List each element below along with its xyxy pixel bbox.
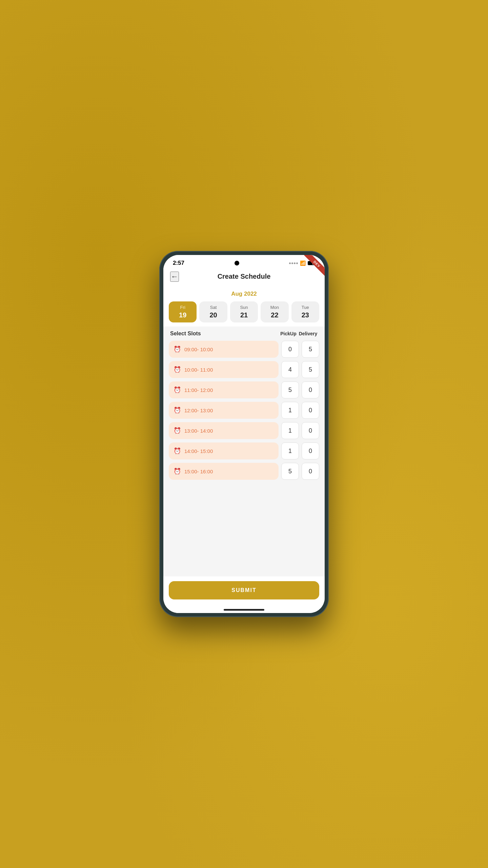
slot-time-box: ⏰ 13:00- 14:00	[169, 422, 279, 439]
day-name: Sun	[240, 305, 248, 310]
delivery-input[interactable]	[302, 463, 319, 480]
slots-header: Select Slots PickUp Delivery	[169, 331, 319, 337]
day-number: 23	[302, 311, 309, 319]
slot-time-text: 09:00- 10:00	[184, 347, 213, 352]
back-button[interactable]: ←	[170, 272, 179, 282]
dev-badge: DEV	[304, 255, 325, 277]
day-item-sun[interactable]: Sun 21	[230, 301, 258, 322]
slot-time-box: ⏰ 10:00- 11:00	[169, 361, 279, 378]
day-item-mon[interactable]: Mon 22	[261, 301, 288, 322]
slots-list: ⏰ 09:00- 10:00 ⏰ 10:00- 11:00 ⏰ 11:00- 1…	[169, 341, 319, 480]
clock-icon: ⏰	[174, 468, 181, 475]
signal-dot-2	[291, 262, 293, 264]
day-name: Fri	[180, 305, 185, 310]
slots-section: Select Slots PickUp Delivery ⏰ 09:00- 10…	[163, 327, 325, 576]
clock-icon: ⏰	[174, 386, 181, 394]
camera-dot	[235, 261, 239, 265]
pickup-input[interactable]	[281, 341, 299, 358]
slot-row: ⏰ 11:00- 12:00	[169, 381, 319, 398]
slots-header-pickup: PickUp	[279, 331, 298, 336]
delivery-input[interactable]	[302, 442, 319, 459]
signal-dots	[289, 262, 298, 264]
clock-icon: ⏰	[174, 447, 181, 455]
slot-time-box: ⏰ 09:00- 10:00	[169, 341, 279, 358]
month-label: Aug 2022	[169, 291, 319, 297]
slot-row: ⏰ 09:00- 10:00	[169, 341, 319, 358]
phone-shell: DEV 2:57 📶	[159, 251, 329, 617]
pickup-input[interactable]	[281, 463, 299, 480]
slot-time-box: ⏰ 12:00- 13:00	[169, 402, 279, 419]
clock-icon: ⏰	[174, 366, 181, 373]
delivery-input[interactable]	[302, 381, 319, 398]
days-row: Fri 19 Sat 20 Sun 21 Mon 22 Tue 23	[169, 301, 319, 322]
delivery-input[interactable]	[302, 341, 319, 358]
slot-time-text: 12:00- 13:00	[184, 408, 213, 413]
day-name: Mon	[270, 305, 279, 310]
slot-time-text: 13:00- 14:00	[184, 428, 213, 434]
slot-time-text: 11:00- 12:00	[184, 387, 213, 393]
pickup-input[interactable]	[281, 442, 299, 459]
clock-icon: ⏰	[174, 407, 181, 414]
pickup-input[interactable]	[281, 422, 299, 439]
day-number: 20	[209, 311, 217, 319]
slot-time-box: ⏰ 11:00- 12:00	[169, 381, 279, 398]
slot-row: ⏰ 15:00- 16:00	[169, 463, 319, 480]
day-item-tue[interactable]: Tue 23	[291, 301, 319, 322]
day-number: 22	[271, 311, 278, 319]
clock-icon: ⏰	[174, 346, 181, 353]
slot-time-text: 14:00- 15:00	[184, 448, 213, 454]
slot-row: ⏰ 14:00- 15:00	[169, 442, 319, 459]
signal-dot-1	[289, 262, 291, 264]
delivery-input[interactable]	[302, 361, 319, 378]
slot-time-box: ⏰ 14:00- 15:00	[169, 442, 279, 459]
day-number: 21	[240, 311, 248, 319]
slots-header-delivery: Delivery	[298, 331, 318, 336]
slot-time-text: 15:00- 16:00	[184, 469, 213, 474]
home-bar	[224, 609, 264, 611]
slot-time-text: 10:00- 11:00	[184, 367, 213, 373]
dev-ribbon-wrapper: DEV	[298, 255, 325, 282]
day-number: 19	[179, 311, 186, 319]
day-item-fri[interactable]: Fri 19	[169, 301, 197, 322]
delivery-input[interactable]	[302, 422, 319, 439]
pickup-input[interactable]	[281, 402, 299, 419]
phone-screen: 2:57 📶 ← Create	[163, 255, 325, 613]
status-time: 2:57	[173, 260, 184, 267]
submit-section: SUBMIT	[163, 576, 325, 606]
slot-time-box: ⏰ 15:00- 16:00	[169, 463, 279, 480]
day-name: Tue	[302, 305, 309, 310]
slot-row: ⏰ 10:00- 11:00	[169, 361, 319, 378]
clock-icon: ⏰	[174, 427, 181, 434]
delivery-input[interactable]	[302, 402, 319, 419]
calendar-section: Aug 2022 Fri 19 Sat 20 Sun 21 Mon 22 Tue…	[163, 285, 325, 327]
phone-device: DEV 2:57 📶	[159, 251, 329, 617]
slot-row: ⏰ 13:00- 14:00	[169, 422, 319, 439]
day-item-sat[interactable]: Sat 20	[199, 301, 227, 322]
home-indicator	[163, 606, 325, 613]
slots-header-title: Select Slots	[170, 331, 279, 337]
signal-dot-3	[294, 262, 296, 264]
slot-row: ⏰ 12:00- 13:00	[169, 402, 319, 419]
page-title: Create Schedule	[218, 273, 271, 280]
pickup-input[interactable]	[281, 381, 299, 398]
main-content: Aug 2022 Fri 19 Sat 20 Sun 21 Mon 22 Tue…	[163, 285, 325, 613]
day-name: Sat	[210, 305, 217, 310]
pickup-input[interactable]	[281, 361, 299, 378]
submit-button[interactable]: SUBMIT	[169, 581, 319, 599]
